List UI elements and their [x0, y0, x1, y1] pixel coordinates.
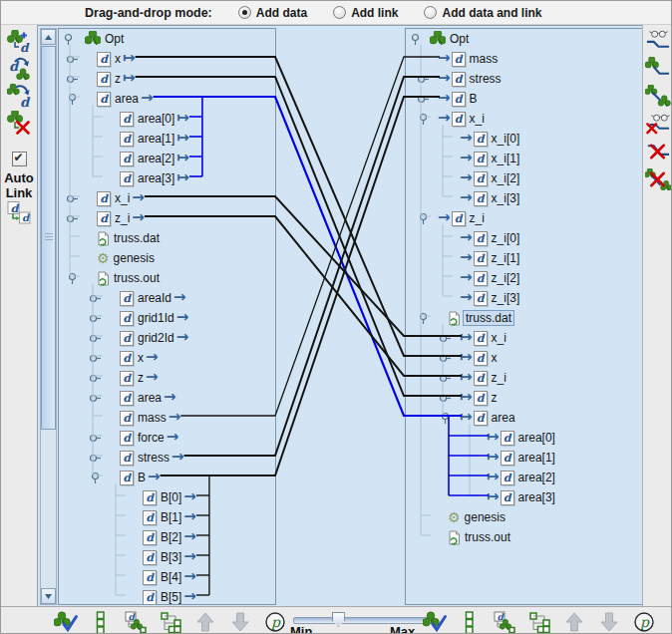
- list-view-icon[interactable]: [457, 610, 483, 634]
- add-data-icon[interactable]: d: [6, 30, 32, 54]
- view-links-icon[interactable]: [645, 28, 671, 52]
- right-tree-node-area_0_[interactable]: ↦darea[0]: [406, 428, 642, 448]
- left-tree-node-area[interactable]: darea→: [59, 89, 275, 109]
- move-up-icon[interactable]: [192, 610, 218, 634]
- create-data-link-icon[interactable]: dd: [6, 200, 32, 224]
- scrollbar-thumb[interactable]: [41, 46, 56, 430]
- expand-handle[interactable]: [59, 29, 77, 49]
- right-tree-node-x_i[interactable]: ↦dx_i: [406, 328, 642, 348]
- left-tree-node-B[interactable]: dB→: [59, 468, 275, 487]
- validate-icon[interactable]: [422, 610, 448, 634]
- right-tree-node-area[interactable]: ↦darea: [406, 408, 642, 428]
- move-down-icon[interactable]: [227, 610, 253, 634]
- left-tree-node-B_1_[interactable]: dB[1]→: [59, 507, 275, 527]
- right-tree-node-z_i[interactable]: ↦dz_i: [406, 368, 642, 388]
- left-tree-node-z_i[interactable]: dz_i→: [59, 208, 275, 228]
- right-tree-node-area_1_[interactable]: ↦darea[1]: [406, 448, 642, 468]
- left-tree-node-area_3_[interactable]: darea[3]↦: [59, 168, 275, 188]
- expand-handle[interactable]: [414, 208, 432, 228]
- left-tree-node-B_0_[interactable]: dB[0]→: [59, 487, 275, 507]
- expand-handle[interactable]: [414, 89, 432, 109]
- left-tree-node-area_0_[interactable]: darea[0]↦: [59, 109, 275, 129]
- expand-handle[interactable]: [86, 388, 104, 408]
- left-tree-scrollbar[interactable]: [40, 28, 57, 605]
- radio-icon[interactable]: [333, 6, 346, 19]
- right-tree-node-mass[interactable]: →dmass: [406, 49, 642, 69]
- left-tree-node-grid2Id[interactable]: dgrid2Id→: [59, 328, 275, 348]
- expand-handle[interactable]: [63, 208, 81, 228]
- right-tree-node-z_i_1_[interactable]: →dz_i[1]: [406, 248, 642, 268]
- mode-option-add-data-and-link[interactable]: Add data and link: [424, 6, 541, 20]
- left-tree-node-truss.out[interactable]: truss.out: [59, 268, 275, 288]
- validate-icon[interactable]: [53, 610, 79, 634]
- parameter-icon[interactable]: p: [631, 610, 657, 634]
- scroll-down-button[interactable]: [41, 588, 56, 604]
- hierarchy-view-icon[interactable]: [158, 610, 183, 634]
- auto-link-checkbox[interactable]: [12, 152, 27, 166]
- expand-handle[interactable]: [414, 308, 432, 328]
- slider-thumb[interactable]: [332, 612, 345, 627]
- left-tree-node-B_3_[interactable]: dB[3]→: [59, 547, 275, 567]
- data-tree-icon[interactable]: d: [492, 610, 517, 634]
- remove-data-icon[interactable]: [6, 111, 32, 135]
- expand-handle[interactable]: [414, 69, 432, 89]
- right-tree-node-area_2_[interactable]: ↦darea[2]: [406, 468, 642, 487]
- left-tree-node-area[interactable]: darea→: [59, 388, 275, 408]
- expand-handle[interactable]: [86, 348, 104, 368]
- link-data-to-model-icon[interactable]: d: [6, 57, 32, 81]
- left-tree-node-mass[interactable]: dmass→: [59, 408, 275, 428]
- expand-handle[interactable]: [63, 268, 81, 288]
- expand-handle[interactable]: [436, 388, 454, 408]
- expand-handle[interactable]: [86, 328, 104, 348]
- right-tree-node-x[interactable]: ↦dx: [406, 348, 642, 368]
- mode-option-add-link[interactable]: Add link: [333, 6, 398, 20]
- expand-handle[interactable]: [436, 348, 454, 368]
- left-tree-node-Opt[interactable]: Opt: [59, 29, 275, 49]
- left-tree-node-B_4_[interactable]: dB[4]→: [59, 567, 275, 587]
- radio-icon[interactable]: [424, 6, 437, 19]
- right-tree-node-B[interactable]: →dB: [406, 89, 642, 109]
- hierarchy-view-icon[interactable]: [526, 610, 552, 634]
- move-up-icon[interactable]: [561, 610, 587, 634]
- list-view-icon[interactable]: [88, 610, 114, 634]
- right-tree-node-x_i_2_[interactable]: →dx_i[2]: [406, 168, 642, 188]
- delete-link-icon[interactable]: [645, 140, 671, 163]
- expand-handle[interactable]: [86, 288, 104, 308]
- right-tree-node-z[interactable]: ↦dz: [406, 388, 642, 408]
- link-model-to-data-icon[interactable]: d: [6, 84, 32, 108]
- right-tree-node-x_i_3_[interactable]: →dx_i[3]: [406, 188, 642, 208]
- left-tree-node-truss.dat[interactable]: truss.dat: [59, 228, 275, 248]
- expand-handle[interactable]: [86, 448, 104, 468]
- right-tree-node-truss.dat[interactable]: truss.dat: [406, 308, 642, 328]
- right-tree-node-stress[interactable]: →dstress: [406, 69, 642, 89]
- delete-all-links-icon[interactable]: [645, 167, 671, 191]
- left-tree-node-area_2_[interactable]: darea[2]↦: [59, 149, 275, 168]
- left-tree-node-stress[interactable]: dstress→: [59, 448, 275, 468]
- data-tree-icon[interactable]: d: [123, 610, 149, 634]
- right-tree-node-genesis[interactable]: ⚙genesis: [406, 507, 642, 527]
- link-all-icon[interactable]: [645, 84, 671, 108]
- left-tree-node-z[interactable]: dz→: [59, 368, 275, 388]
- expand-handle[interactable]: [63, 69, 81, 89]
- hide-links-icon[interactable]: [645, 112, 671, 136]
- left-tree-node-z[interactable]: dz↦: [59, 69, 275, 89]
- right-tree-node-x_i_1_[interactable]: →dx_i[1]: [406, 149, 642, 168]
- expand-handle[interactable]: [86, 428, 104, 448]
- left-tree-node-genesis[interactable]: ⚙genesis: [59, 248, 275, 268]
- move-down-icon[interactable]: [596, 610, 622, 634]
- right-tree-node-Opt[interactable]: Opt: [406, 29, 642, 49]
- left-tree-node-x_i[interactable]: dx_i→: [59, 188, 275, 208]
- expand-handle[interactable]: [63, 89, 81, 109]
- left-tree-node-grid1Id[interactable]: dgrid1Id→: [59, 308, 275, 328]
- right-tree-node-area_3_[interactable]: ↦darea[3]: [406, 487, 642, 507]
- mode-option-add-data[interactable]: Add data: [238, 6, 307, 20]
- expand-handle[interactable]: [86, 468, 104, 487]
- left-tree-node-force[interactable]: dforce→: [59, 428, 275, 448]
- slider-track[interactable]: [293, 617, 433, 624]
- expand-handle[interactable]: [63, 49, 81, 69]
- left-tree-node-x[interactable]: dx↦: [59, 49, 275, 69]
- expand-handle[interactable]: [436, 328, 454, 348]
- left-tree-node-B_2_[interactable]: dB[2]→: [59, 527, 275, 547]
- right-tree-node-z_i_3_[interactable]: →dz_i[3]: [406, 288, 642, 308]
- parameter-icon[interactable]: p: [262, 610, 288, 634]
